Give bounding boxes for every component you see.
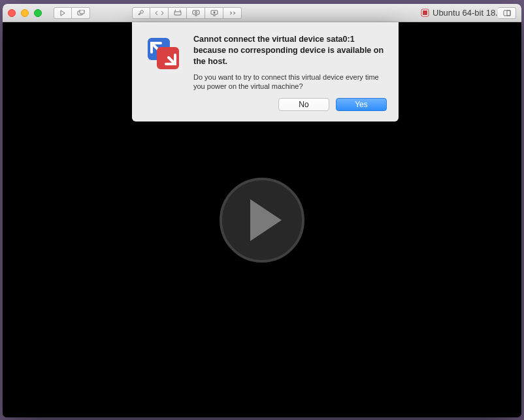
- more-button[interactable]: [223, 7, 242, 19]
- maximize-button[interactable]: [34, 9, 42, 17]
- vm-title-icon: [421, 8, 429, 17]
- alert-dialog: Cannot connect the virtual device sata0:…: [132, 22, 399, 121]
- code-button[interactable]: [150, 7, 169, 19]
- play-icon: [59, 10, 66, 16]
- svg-rect-12: [423, 10, 427, 15]
- more-icon: [229, 10, 237, 16]
- play-button[interactable]: [54, 7, 72, 19]
- snapshot-button[interactable]: [72, 7, 90, 19]
- dialog-text: Do you want to try to connect this virtu…: [193, 73, 387, 92]
- power-on-button[interactable]: [220, 178, 304, 263]
- display2-button[interactable]: [205, 7, 223, 19]
- display-icon: [192, 10, 200, 16]
- vmware-app-icon: [144, 34, 183, 73]
- minimize-button[interactable]: [21, 9, 29, 17]
- settings-button[interactable]: [132, 7, 150, 19]
- yes-button[interactable]: Yes: [336, 98, 387, 111]
- vm-window: Ubuntu 64-bit 18.04.4 Cannot connect the: [3, 4, 521, 417]
- dialog-body: Cannot connect the virtual device sata0:…: [193, 34, 387, 111]
- close-button[interactable]: [8, 9, 16, 17]
- drive-button[interactable]: [169, 7, 187, 19]
- toolbar-mid-group: [132, 7, 242, 19]
- svg-rect-14: [507, 10, 510, 16]
- svg-rect-1: [80, 10, 84, 14]
- no-button[interactable]: No: [278, 98, 329, 111]
- code-icon: [155, 10, 164, 16]
- svg-point-9: [213, 11, 215, 13]
- toolbar-left-group: [54, 7, 90, 19]
- dialog-buttons: No Yes: [193, 98, 387, 111]
- drive-icon: [174, 10, 182, 16]
- expand-button[interactable]: [498, 7, 516, 19]
- svg-point-6: [195, 11, 197, 13]
- svg-rect-2: [174, 12, 181, 15]
- toolbar-right-group: [498, 7, 516, 19]
- display1-button[interactable]: [187, 7, 205, 19]
- dialog-heading: Cannot connect the virtual device sata0:…: [193, 34, 387, 67]
- svg-rect-5: [193, 10, 199, 14]
- play-icon: [250, 199, 282, 241]
- expand-icon: [503, 10, 511, 16]
- titlebar: Ubuntu 64-bit 18.04.4: [3, 4, 521, 22]
- window-controls: [8, 9, 42, 17]
- wrench-icon: [137, 9, 145, 17]
- display-icon: [210, 10, 218, 16]
- snapshot-icon: [77, 10, 85, 16]
